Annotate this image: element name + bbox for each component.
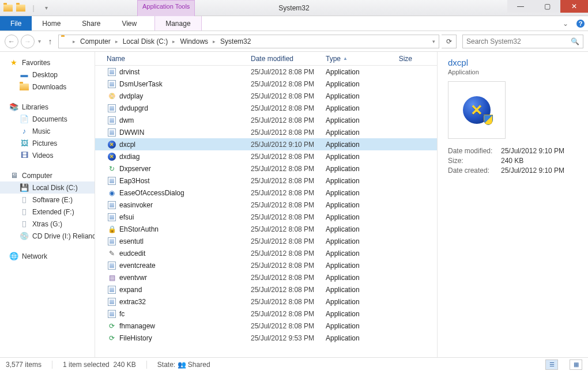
- file-row[interactable]: 🔒EhStorAuthn25/Jul/2012 8:08 PMApplicati…: [95, 223, 437, 235]
- tree-network[interactable]: 🌐Network: [0, 250, 95, 262]
- new-folder-icon[interactable]: [16, 3, 25, 13]
- view-icons-button[interactable]: ▦: [570, 359, 582, 370]
- file-row[interactable]: ⟳fhmanagew25/Jul/2012 8:08 PMApplication: [95, 320, 437, 332]
- ribbon-collapse-button[interactable]: ⌄: [558, 16, 573, 31]
- file-row[interactable]: easinvoker25/Jul/2012 8:08 PMApplication: [95, 199, 437, 211]
- view-details-button[interactable]: ☰: [545, 359, 558, 370]
- breadcrumb-drive[interactable]: Local Disk (C:): [120, 37, 171, 46]
- drive-icon: ⌷: [20, 219, 29, 229]
- file-row[interactable]: fc25/Jul/2012 8:08 PMApplication: [95, 308, 437, 320]
- search-box[interactable]: 🔍: [462, 35, 583, 48]
- column-size[interactable]: Size: [383, 55, 412, 63]
- breadcrumb-sep[interactable]: ▸: [171, 39, 176, 44]
- file-row[interactable]: ✕dxdiag25/Jul/2012 8:08 PMApplication: [95, 150, 437, 162]
- file-name: fc: [119, 310, 251, 318]
- file-icon: 📀: [107, 92, 117, 101]
- breadcrumb-system32[interactable]: System32: [218, 37, 253, 46]
- tab-view[interactable]: View: [111, 16, 148, 31]
- history-dropdown[interactable]: ▾: [37, 38, 42, 44]
- tree-xtras-g[interactable]: ⌷Xtras (G:): [0, 218, 95, 230]
- tree-cd-drive-i[interactable]: 💿CD Drive (I:) Reliance: [0, 230, 95, 242]
- file-row[interactable]: ✕dxcpl25/Jul/2012 9:10 PMApplication: [95, 138, 437, 150]
- file-date: 25/Jul/2012 8:08 PM: [251, 298, 326, 306]
- file-date: 25/Jul/2012 8:08 PM: [251, 153, 326, 161]
- details-label: Size:: [448, 157, 501, 165]
- file-row[interactable]: ◉EaseOfAccessDialog25/Jul/2012 8:08 PMAp…: [95, 187, 437, 199]
- file-type: Application: [326, 116, 383, 124]
- file-icon: ▤: [107, 273, 117, 282]
- column-date[interactable]: Date modified: [251, 55, 326, 63]
- file-name: Dxpserver: [119, 165, 251, 173]
- file-type: Application: [326, 68, 383, 76]
- column-name[interactable]: Name: [107, 55, 251, 63]
- tree-extended-f[interactable]: ⌷Extended (F:): [0, 206, 95, 218]
- refresh-button[interactable]: ⟳: [442, 35, 457, 48]
- address-dropdown[interactable]: ▾: [431, 39, 436, 44]
- tree-libraries[interactable]: 📚Libraries: [0, 101, 95, 113]
- file-date: 25/Jul/2012 8:08 PM: [251, 177, 326, 185]
- search-icon[interactable]: 🔍: [571, 37, 579, 46]
- help-button[interactable]: ?: [573, 16, 588, 31]
- directx-icon: ✕: [463, 96, 491, 124]
- breadcrumb-computer[interactable]: Computer: [78, 37, 113, 46]
- file-row[interactable]: drvinst25/Jul/2012 8:08 PMApplication: [95, 66, 437, 78]
- file-icon: [107, 104, 117, 113]
- tree-computer[interactable]: 🖥Computer: [0, 169, 95, 181]
- column-type[interactable]: Type▲: [326, 55, 383, 63]
- file-icon: [107, 200, 117, 210]
- back-button[interactable]: ←: [5, 35, 18, 48]
- tree-software-e[interactable]: ⌷Software (E:): [0, 194, 95, 206]
- file-row[interactable]: ↻Dxpserver25/Jul/2012 8:08 PMApplication: [95, 162, 437, 175]
- tree-videos[interactable]: 🎞Videos: [0, 149, 95, 161]
- file-row[interactable]: esentutl25/Jul/2012 8:08 PMApplication: [95, 235, 437, 247]
- forward-button[interactable]: →: [21, 35, 35, 48]
- file-row[interactable]: Eap3Host25/Jul/2012 8:08 PMApplication: [95, 175, 437, 187]
- tab-manage[interactable]: Manage: [154, 16, 201, 31]
- file-row[interactable]: extrac3225/Jul/2012 8:08 PMApplication: [95, 296, 437, 308]
- minimize-button[interactable]: —: [507, 0, 534, 13]
- file-row[interactable]: ✎eudcedit25/Jul/2012 8:08 PMApplication: [95, 247, 437, 259]
- breadcrumb-sep[interactable]: ▸: [114, 39, 119, 44]
- network-icon: 🌐: [9, 252, 18, 261]
- breadcrumb-windows[interactable]: Windows: [178, 37, 210, 46]
- address-bar[interactable]: ▸ Computer ▸ Local Disk (C:) ▸ Windows ▸…: [58, 35, 439, 48]
- column-headers: Name Date modified Type▲ Size: [95, 52, 437, 66]
- tree-downloads[interactable]: Downloads: [0, 81, 95, 93]
- file-row[interactable]: DsmUserTask25/Jul/2012 8:08 PMApplicatio…: [95, 78, 437, 90]
- tree-pictures[interactable]: 🖼Pictures: [0, 137, 95, 149]
- file-date: 25/Jul/2012 8:08 PM: [251, 249, 326, 258]
- file-name: DWWIN: [119, 128, 251, 137]
- up-button[interactable]: ↑: [44, 36, 56, 47]
- search-input[interactable]: [466, 37, 571, 46]
- file-type: Application: [326, 80, 383, 88]
- close-button[interactable]: ✕: [560, 0, 588, 13]
- sort-indicator-icon: ▲: [343, 56, 348, 61]
- file-row[interactable]: 📀dvdplay25/Jul/2012 8:08 PMApplication: [95, 90, 437, 102]
- file-tab[interactable]: File: [0, 16, 32, 31]
- file-row[interactable]: expand25/Jul/2012 8:08 PMApplication: [95, 283, 437, 296]
- tree-music[interactable]: ♪Music: [0, 125, 95, 137]
- tree-desktop[interactable]: ▬Desktop: [0, 69, 95, 81]
- file-row[interactable]: efsui25/Jul/2012 8:08 PMApplication: [95, 211, 437, 223]
- file-list[interactable]: drvinst25/Jul/2012 8:08 PMApplicationDsm…: [95, 66, 437, 357]
- chevron-down-icon[interactable]: ▾: [42, 3, 51, 13]
- tree-documents[interactable]: 📄Documents: [0, 113, 95, 125]
- file-row[interactable]: dwm25/Jul/2012 8:08 PMApplication: [95, 114, 437, 126]
- tree-favorites[interactable]: ★Favorites: [0, 56, 95, 69]
- file-type: Application: [326, 237, 383, 245]
- tab-share[interactable]: Share: [71, 16, 111, 31]
- file-row[interactable]: DWWIN25/Jul/2012 8:08 PMApplication: [95, 126, 437, 138]
- file-date: 25/Jul/2012 8:08 PM: [251, 165, 326, 173]
- maximize-button[interactable]: ▢: [534, 0, 560, 13]
- file-row[interactable]: ▤eventvwr25/Jul/2012 8:08 PMApplication: [95, 271, 437, 283]
- tree-local-disk-c[interactable]: 💾Local Disk (C:): [0, 181, 95, 194]
- file-row[interactable]: ⟳FileHistory25/Jul/2012 9:53 PMApplicati…: [95, 332, 437, 344]
- documents-icon: 📄: [20, 115, 29, 124]
- file-row[interactable]: dvdupgrd25/Jul/2012 8:08 PMApplication: [95, 102, 437, 114]
- file-row[interactable]: eventcreate25/Jul/2012 8:08 PMApplicatio…: [95, 259, 437, 271]
- file-type: Application: [326, 201, 383, 209]
- breadcrumb-sep[interactable]: ▸: [71, 39, 77, 44]
- file-type: Application: [326, 225, 383, 233]
- tab-home[interactable]: Home: [32, 16, 71, 31]
- breadcrumb-sep[interactable]: ▸: [212, 39, 217, 44]
